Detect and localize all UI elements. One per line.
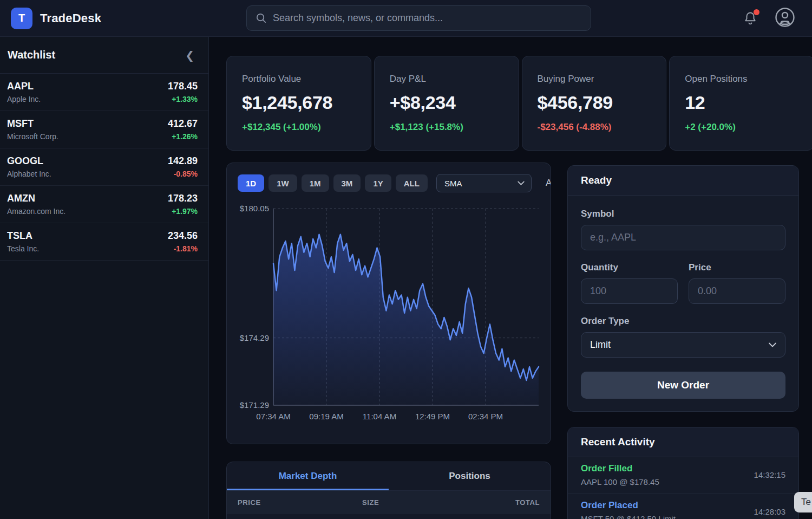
- svg-text:$171.29: $171.29: [240, 400, 269, 410]
- depth-table-header: PRICE SIZE TOTAL: [227, 490, 551, 514]
- change-percent: +1.97%: [168, 207, 198, 216]
- activity-detail: AAPL 100 @ $178.45: [581, 477, 659, 486]
- symbol: AMZN: [7, 193, 66, 204]
- range-button-1y[interactable]: 1Y: [365, 174, 391, 192]
- price: 412.67: [168, 118, 198, 129]
- range-button-1d[interactable]: 1D: [238, 174, 264, 192]
- notifications-button[interactable]: [743, 10, 758, 27]
- stat-label: Day P&L: [390, 74, 503, 85]
- notification-dot: [754, 9, 759, 15]
- change-percent: -1.81%: [168, 244, 198, 253]
- price-chart-card: 1D1W1M3M1YALLSMAAnnotations $180.05$174.…: [226, 163, 551, 444]
- stats-row: Portfolio Value$1,245,678+$12,345 (+1.00…: [226, 56, 812, 151]
- activity-item: Order PlacedMSFT 50 @ $412.50 Limit14:28…: [568, 494, 798, 519]
- tab-positions[interactable]: Positions: [389, 462, 551, 490]
- search-input[interactable]: [273, 12, 582, 24]
- stat-card-portfolio-value: Portfolio Value$1,245,678+$12,345 (+1.00…: [226, 56, 371, 151]
- svg-text:$174.29: $174.29: [240, 333, 269, 342]
- company-name: Amazon.com Inc.: [7, 207, 66, 216]
- stat-change: +$1,123 (+15.8%): [390, 122, 503, 133]
- watchlist-sidebar: Watchlist ❮ AAPLApple Inc.178.45+1.33%MS…: [0, 37, 209, 519]
- order-status-text: Ready: [581, 174, 612, 186]
- stat-value: $456,789: [538, 92, 651, 113]
- change-percent: -0.85%: [168, 170, 198, 178]
- watchlist-item-msft[interactable]: MSFTMicrosoft Corp.412.67+1.26%: [0, 111, 208, 148]
- watchlist-item-aapl[interactable]: AAPLApple Inc.178.45+1.33%: [0, 74, 208, 111]
- search-icon: [256, 12, 267, 24]
- activity-time: 14:32:15: [754, 470, 785, 479]
- watchlist-title: Watchlist: [8, 49, 55, 61]
- price: 142.89: [168, 155, 198, 167]
- stat-card-buying-power: Buying Power$456,789-$23,456 (-4.88%): [522, 56, 667, 151]
- stat-label: Portfolio Value: [242, 74, 356, 85]
- range-button-1w[interactable]: 1W: [269, 174, 297, 192]
- company-name: Microsoft Corp.: [7, 132, 58, 141]
- tab-market-depth[interactable]: Market Depth: [227, 462, 389, 490]
- stat-label: Buying Power: [538, 74, 651, 85]
- user-menu-button[interactable]: [774, 7, 796, 30]
- market-depth-panel: Market Depth Positions PRICE SIZE TOTAL: [226, 462, 551, 519]
- order-status: Ready: [568, 166, 798, 196]
- order-type-select[interactable]: Limit: [581, 332, 785, 358]
- order-type-value: Limit: [590, 339, 611, 351]
- stat-value: $1,245,678: [242, 92, 356, 113]
- annotations-toggle[interactable]: Annotations: [546, 178, 551, 189]
- app-logo: T: [11, 8, 32, 29]
- svg-text:07:34 AM: 07:34 AM: [256, 412, 290, 421]
- stat-card-day-p-l: Day P&L+$8,234+$1,123 (+15.8%): [374, 56, 519, 151]
- svg-text:12:49 PM: 12:49 PM: [415, 412, 450, 421]
- column-header-price: PRICE: [238, 498, 362, 507]
- stat-value: +$8,234: [390, 92, 503, 113]
- symbol: AAPL: [7, 81, 41, 92]
- column-header-size: SIZE: [362, 498, 481, 507]
- indicator-select[interactable]: SMA: [436, 174, 532, 192]
- recent-activity-panel: Recent Activity Order FilledAAPL 100 @ $…: [567, 427, 799, 519]
- stat-change: -$23,456 (-4.88%): [538, 122, 651, 133]
- quantity-label: Quantity: [581, 262, 678, 273]
- change-percent: +1.33%: [168, 95, 198, 103]
- change-percent: +1.26%: [168, 132, 198, 141]
- activity-title: Order Placed: [581, 500, 676, 511]
- global-search[interactable]: [246, 5, 591, 31]
- stat-change: +$12,345 (+1.00%): [242, 122, 356, 133]
- watchlist-header: Watchlist ❮: [0, 37, 208, 74]
- symbol: GOOGL: [7, 155, 51, 167]
- chevron-down-icon: [769, 342, 776, 347]
- range-button-all[interactable]: ALL: [396, 174, 428, 192]
- svg-text:09:19 AM: 09:19 AM: [309, 412, 343, 421]
- price: 178.23: [168, 193, 198, 204]
- range-button-1m[interactable]: 1M: [302, 174, 329, 192]
- svg-text:$180.05: $180.05: [240, 204, 269, 213]
- user-avatar-icon: [774, 7, 796, 28]
- watchlist-item-tsla[interactable]: TSLATesla Inc.234.56-1.81%: [0, 223, 208, 261]
- price-input[interactable]: [689, 278, 785, 304]
- activity-title: Order Filled: [581, 463, 659, 474]
- recent-activity-title: Recent Activity: [581, 436, 655, 448]
- range-button-3m[interactable]: 3M: [333, 174, 361, 192]
- bottom-tabs: Market Depth Positions: [227, 462, 551, 490]
- new-order-button[interactable]: New Order: [581, 372, 785, 399]
- watchlist-item-amzn[interactable]: AMZNAmazon.com Inc.178.23+1.97%: [0, 186, 208, 223]
- app-title: TradeDesk: [40, 11, 101, 25]
- activity-time: 14:28:03: [754, 507, 785, 516]
- company-name: Tesla Inc.: [7, 244, 39, 253]
- symbol-input[interactable]: [581, 225, 785, 250]
- stat-label: Open Positions: [685, 74, 798, 85]
- toast-notification[interactable]: Te: [794, 492, 812, 512]
- stat-card-open-positions: Open Positions12+2 (+20.0%): [669, 56, 812, 151]
- price: 178.45: [168, 81, 198, 92]
- stat-change: +2 (+20.0%): [685, 122, 798, 133]
- company-name: Alphabet Inc.: [7, 170, 51, 178]
- symbol: TSLA: [7, 230, 39, 242]
- stat-value: 12: [685, 92, 798, 113]
- price-chart: $180.05$174.29$171.2907:34 AM09:19 AM11:…: [238, 204, 540, 434]
- indicator-value: SMA: [444, 179, 462, 188]
- quantity-input[interactable]: [581, 278, 678, 304]
- company-name: Apple Inc.: [7, 95, 41, 103]
- watchlist-item-googl[interactable]: GOOGLAlphabet Inc.142.89-0.85%: [0, 148, 208, 186]
- main-content: Portfolio Value$1,245,678+$12,345 (+1.00…: [209, 37, 812, 519]
- recent-activity-header: Recent Activity: [568, 427, 798, 457]
- chevron-left-icon[interactable]: ❮: [185, 50, 194, 61]
- symbol-label: Symbol: [581, 209, 785, 219]
- activity-detail: MSFT 50 @ $412.50 Limit: [581, 514, 676, 519]
